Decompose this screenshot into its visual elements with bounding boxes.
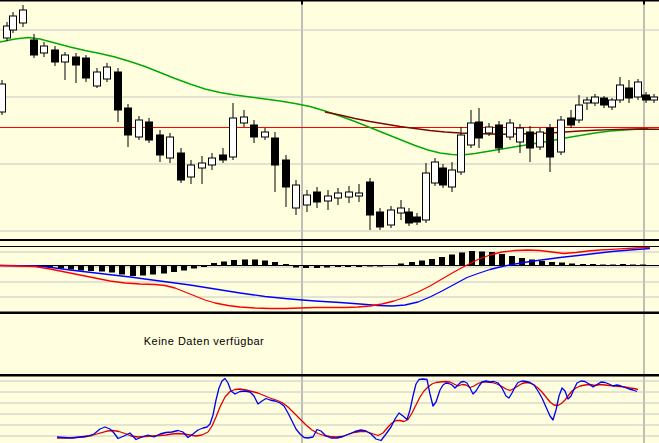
candle-up xyxy=(449,170,456,187)
macd-histogram-bar xyxy=(569,264,575,266)
candle-down xyxy=(115,72,122,110)
macd-histogram-bar xyxy=(231,260,237,266)
macd-histogram-bar xyxy=(519,258,525,266)
candle-up xyxy=(188,165,195,177)
macd-histogram-bar xyxy=(620,264,626,266)
candle-up xyxy=(241,117,248,123)
macd-histogram-bar xyxy=(356,266,362,268)
macd-histogram-bar xyxy=(580,264,586,266)
candle-up xyxy=(136,120,143,137)
candle-down xyxy=(125,108,132,135)
candle-up xyxy=(335,193,342,198)
macd-histogram-bar xyxy=(367,266,373,267)
candle-up xyxy=(592,97,599,103)
candle-down xyxy=(414,217,421,222)
candle-down xyxy=(220,155,227,160)
candle-down xyxy=(643,95,650,100)
macd-histogram-bar xyxy=(119,266,125,275)
candle-up xyxy=(10,16,17,30)
candle-down xyxy=(626,88,633,98)
candle-up xyxy=(651,97,658,100)
candle-down xyxy=(527,132,534,148)
macd-histogram-bar xyxy=(78,266,84,271)
candle-up xyxy=(356,193,363,196)
candle-up xyxy=(388,210,395,225)
macd-histogram-bar xyxy=(630,265,636,266)
macd-histogram-bar xyxy=(610,265,616,266)
candle-down xyxy=(73,57,80,65)
macd-histogram-bar xyxy=(499,254,505,266)
macd-histogram-bar xyxy=(140,266,146,276)
chart-background xyxy=(0,0,659,443)
candle-down xyxy=(272,138,279,165)
candle-down xyxy=(496,125,503,148)
macd-histogram-bar xyxy=(590,264,596,266)
macd-histogram-bar xyxy=(191,266,197,269)
panel-separator xyxy=(0,246,659,247)
macd-histogram-bar xyxy=(314,266,320,269)
candle-up xyxy=(199,163,206,168)
macd-histogram-bar xyxy=(429,259,435,266)
macd-histogram-bar xyxy=(221,262,227,266)
macd-histogram-bar xyxy=(201,266,207,268)
macd-histogram-bar xyxy=(303,266,309,269)
candle-up xyxy=(576,105,583,120)
candle-down xyxy=(251,125,258,137)
macd-histogram-bar xyxy=(335,266,341,268)
candle-down xyxy=(31,40,38,55)
candle-down xyxy=(157,135,164,155)
macd-histogram-bar xyxy=(398,264,404,266)
axis-tick xyxy=(301,0,303,5)
candle-down xyxy=(476,122,483,138)
candle-up xyxy=(104,67,111,79)
candle-up xyxy=(304,195,311,205)
candle-up xyxy=(432,162,439,183)
candle-up xyxy=(398,208,405,213)
macd-histogram-bar xyxy=(449,255,455,266)
macd-histogram-bar xyxy=(559,263,565,266)
candle-up xyxy=(507,123,514,137)
candle-down xyxy=(377,212,384,227)
macd-histogram-bar xyxy=(345,266,351,268)
candle-up xyxy=(486,127,493,133)
macd-histogram-bar xyxy=(109,266,115,273)
candle-down xyxy=(440,168,447,185)
candle-up xyxy=(617,85,624,100)
candle-down xyxy=(367,182,374,215)
macd-histogram-bar xyxy=(459,253,465,266)
candle-up xyxy=(230,118,237,157)
candle-up xyxy=(517,128,524,142)
macd-histogram-bar xyxy=(68,266,74,270)
macd-histogram-bar xyxy=(130,266,136,277)
candle-down xyxy=(406,212,413,223)
candle-up xyxy=(346,192,353,197)
candle-down xyxy=(547,128,554,157)
candle-down xyxy=(314,192,321,202)
macd-histogram-bar xyxy=(161,266,167,274)
macd-histogram-bar xyxy=(549,262,555,266)
candle-up xyxy=(609,100,616,107)
macd-histogram-bar xyxy=(439,257,445,266)
candle-up xyxy=(468,123,475,145)
candle-up xyxy=(209,158,216,165)
no-data-message: Keine Daten verfügbar xyxy=(144,335,265,347)
candle-down xyxy=(178,153,185,180)
macd-histogram-bar xyxy=(181,266,187,271)
candle-up xyxy=(20,10,27,23)
axis-tick xyxy=(643,0,645,5)
candle-up xyxy=(325,196,332,201)
macd-histogram-bar xyxy=(262,261,268,266)
candle-up xyxy=(94,72,101,86)
candle-down xyxy=(52,50,59,62)
candle-up xyxy=(458,135,465,172)
trading-chart-window: Keine Daten verfügbar xyxy=(0,0,659,443)
candle-up xyxy=(635,82,642,97)
candle-down xyxy=(568,118,575,125)
macd-histogram-bar xyxy=(640,265,646,266)
candle-up xyxy=(558,120,565,152)
macd-histogram-bar xyxy=(600,265,606,266)
candle-up xyxy=(62,55,69,62)
panel-separator xyxy=(0,374,659,377)
candle-up xyxy=(584,100,591,103)
trading-chart-canvas[interactable] xyxy=(0,0,659,443)
